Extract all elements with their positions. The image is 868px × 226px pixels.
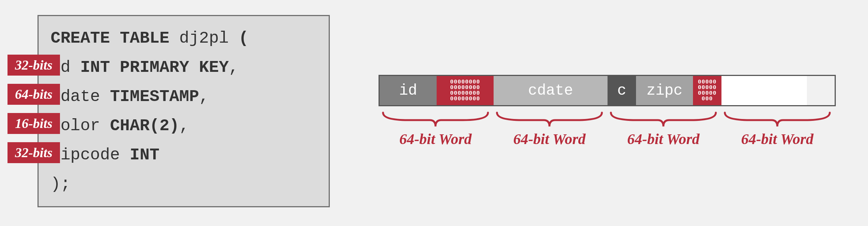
word-brace: 64-bit Word xyxy=(379,111,492,148)
sql-col-type: CHAR(2) xyxy=(110,116,179,135)
word-braces: 64-bit Word 64-bit Word 64-bit Word 64-b… xyxy=(379,111,836,148)
slot-zipcode: zipc xyxy=(636,76,693,105)
brace-icon xyxy=(609,111,718,129)
sql-column-row: zipcode INT xyxy=(51,140,318,170)
sql-col-type: INT xyxy=(130,146,159,164)
sql-line-create: CREATE TABLE dj2pl ( xyxy=(51,24,318,53)
word-label: 64-bit Word xyxy=(379,130,492,148)
word-brace: 64-bit Word xyxy=(492,111,606,148)
brace-icon xyxy=(723,111,832,129)
bit-size-tag: 64-bits xyxy=(7,84,60,105)
bit-size-tags: 32-bits 64-bits 16-bits 32-bits xyxy=(7,55,60,171)
sql-definition: 32-bits 64-bits 16-bits 32-bits CREATE T… xyxy=(37,15,330,207)
word-label: 64-bit Word xyxy=(606,130,720,148)
sql-column-row: color CHAR(2), xyxy=(51,111,318,140)
sql-col-type: TIMESTAMP xyxy=(110,87,199,106)
word-label: 64-bit Word xyxy=(492,130,606,148)
sql-col-name: zipcode xyxy=(51,146,120,164)
word-brace: 64-bit Word xyxy=(720,111,834,148)
brace-icon xyxy=(381,111,490,129)
memory-bar: id 00000000 00000000 00000000 00000000 c… xyxy=(379,75,836,106)
sql-col-term: , xyxy=(199,87,209,106)
sql-column-row: id INT PRIMARY KEY, xyxy=(51,53,318,82)
sql-close-paren: ); xyxy=(51,170,318,199)
word-label: 64-bit Word xyxy=(720,130,834,148)
sql-col-term: , xyxy=(229,58,238,77)
slot-padding: 00000000 00000000 00000000 00000000 xyxy=(437,76,494,105)
bit-size-tag: 32-bits xyxy=(7,142,60,163)
word-brace: 64-bit Word xyxy=(606,111,720,148)
slot-cdate: cdate xyxy=(494,76,608,105)
slot-padding: 00000 00000 00000 000 xyxy=(693,76,721,105)
brace-icon xyxy=(495,111,604,129)
sql-column-row: cdate TIMESTAMP, xyxy=(51,82,318,111)
slot-unused xyxy=(721,76,807,105)
bit-size-tag: 16-bits xyxy=(7,113,60,134)
bit-size-tag: 32-bits xyxy=(7,55,60,76)
sql-col-type: INT PRIMARY KEY xyxy=(80,58,229,77)
sql-open-paren: ( xyxy=(239,29,248,48)
sql-code-box: CREATE TABLE dj2pl ( id INT PRIMARY KEY,… xyxy=(37,15,330,207)
slot-id: id xyxy=(380,76,437,105)
memory-layout: id 00000000 00000000 00000000 00000000 c… xyxy=(379,75,836,148)
slot-color: c xyxy=(608,76,636,105)
sql-col-term: , xyxy=(179,116,189,135)
sql-table-name: dj2pl xyxy=(179,29,229,48)
sql-keyword-create: CREATE TABLE xyxy=(51,29,169,48)
